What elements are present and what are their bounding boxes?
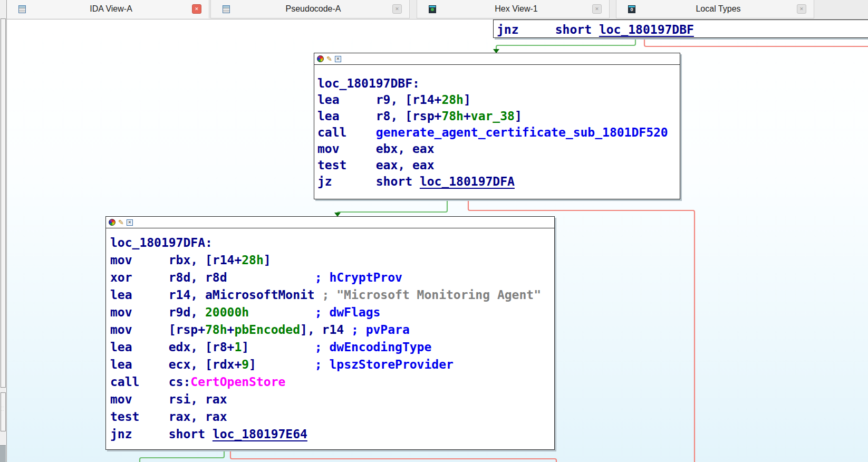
- block-code[interactable]: loc_180197DFA:mov rbx, [r14+28h]xor r8d,…: [106, 228, 554, 443]
- asm-token: loc_180197DBF:: [317, 76, 420, 90]
- close-icon[interactable]: ✕: [797, 4, 806, 14]
- asm-token: var_38: [471, 109, 515, 123]
- asm-token: test rax, rax: [110, 410, 227, 424]
- asm-token: ; pvPara: [351, 323, 410, 336]
- tab-local-types[interactable]: 0 Local Types ✕: [616, 0, 814, 18]
- asm-token: [227, 271, 315, 284]
- asm-token: loc_180197E64: [213, 427, 307, 441]
- graph-view-canvas[interactable]: jnz short loc_180197DBF ✎ ✕ loc_180197DB…: [6, 19, 868, 462]
- asm-line[interactable]: loc_180197DFA:: [110, 234, 554, 252]
- asm-token: call: [317, 126, 376, 139]
- asm-line[interactable]: mov rbx, [r14+28h]: [110, 252, 554, 269]
- asm-line[interactable]: call generate_agent_certificate_sub_1801…: [317, 124, 680, 141]
- asm-token: ; hCryptProv: [315, 271, 402, 284]
- asm-token: +: [227, 323, 235, 336]
- asm-token: lea ecx, [rdx+: [110, 358, 242, 371]
- group-node-icon[interactable]: ✕: [127, 219, 133, 226]
- asm-token: 78h: [441, 109, 464, 123]
- asm-line[interactable]: mov [rsp+78h+pbEncoded], r14 ; pvPara: [110, 321, 554, 339]
- asm-line[interactable]: mov rsi, rax: [110, 391, 554, 408]
- tab-hex-view-1[interactable]: Hex View-1 ✕: [417, 0, 610, 18]
- tab-pseudocode-a[interactable]: Pseudocode-A ✕: [210, 0, 410, 18]
- asm-token: generate_agent_certificate_sub_1801DF520: [376, 126, 668, 139]
- strip-segment: [1, 18, 6, 388]
- asm-token: 1: [234, 340, 242, 354]
- edit-icon[interactable]: ✎: [326, 55, 332, 62]
- asm-line[interactable]: lea r8, [rsp+78h+var_38]: [317, 108, 680, 124]
- asm-line[interactable]: jnz short loc_180197E64: [110, 426, 554, 443]
- asm-line[interactable]: lea edx, [r8+1] ; dwEncodingType: [110, 339, 554, 356]
- asm-token: lea r9, [r14+: [317, 93, 441, 107]
- asm-token: jz short: [317, 175, 420, 188]
- asm-line[interactable]: mov r9d, 20000h ; dwFlags: [110, 304, 554, 321]
- block-code[interactable]: loc_180197DBF:lea r9, [r14+28h]lea r8, […: [314, 65, 680, 190]
- asm-token: [249, 305, 315, 319]
- asm-line[interactable]: lea r14, aMicrosoftMonit ; "Microsoft Mo…: [110, 286, 554, 304]
- asm-token: mov [rsp+: [110, 323, 205, 336]
- asm-line[interactable]: mov ebx, eax: [317, 141, 680, 157]
- asm-token: loc_180197DFA:: [110, 236, 213, 249]
- close-icon[interactable]: ✕: [392, 4, 402, 14]
- scroll-thumb[interactable]: [0, 445, 6, 462]
- tab-label: Pseudocode-A: [234, 4, 392, 14]
- asm-token: mov rbx, [r14+: [110, 253, 242, 267]
- asm-token: [249, 340, 315, 354]
- asm-token: lea edx, [r8+: [110, 340, 234, 354]
- node-header: ✎ ✕: [314, 53, 680, 65]
- strip-dots: ····: [1, 405, 4, 412]
- asm-token: mov ebx, eax: [317, 142, 435, 156]
- asm-line[interactable]: lea ecx, [rdx+9] ; lpszStoreProvider: [110, 356, 554, 373]
- disasm-view-icon: [18, 5, 26, 13]
- edit-icon[interactable]: ✎: [118, 219, 124, 226]
- asm-token: CertOpenStore: [190, 375, 285, 389]
- node-color-icon[interactable]: [109, 219, 115, 226]
- ida-window: ···· IDA View-A ✕ Pseudocode-A ✕ Hex Vie…: [0, 0, 868, 462]
- node-color-icon[interactable]: [317, 55, 324, 62]
- asm-token: mov r9d,: [110, 305, 205, 319]
- tab-ida-view-a[interactable]: IDA View-A ✕: [6, 0, 209, 18]
- asm-line[interactable]: jnz short loc_180197DBF: [497, 22, 868, 38]
- asm-token: 20000h: [205, 305, 249, 319]
- asm-token: pbEncoded: [234, 323, 300, 336]
- asm-token: ; "Microsoft Monitoring Agent": [322, 288, 541, 302]
- asm-token: lea r8, [rsp+: [317, 109, 441, 123]
- close-icon[interactable]: ✕: [192, 4, 201, 14]
- asm-token: test eax, eax: [317, 158, 435, 172]
- asm-line[interactable]: test rax, rax: [110, 408, 554, 426]
- disasm-view-icon: [223, 5, 230, 13]
- left-panel-strip[interactable]: ····: [0, 0, 7, 462]
- asm-token: xor r8d, r8d: [110, 271, 227, 284]
- asm-token: jnz short: [110, 427, 213, 441]
- group-node-icon[interactable]: ✕: [335, 56, 341, 62]
- asm-token: call cs:: [110, 375, 190, 389]
- block-code[interactable]: jnz short loc_180197DBF: [494, 20, 868, 38]
- asm-line[interactable]: xor r8d, r8d ; hCryptProv: [110, 269, 554, 286]
- asm-token: loc_180197DBF: [599, 23, 694, 36]
- close-icon[interactable]: ✕: [592, 4, 602, 14]
- asm-line[interactable]: lea r9, [r14+28h]: [317, 92, 680, 108]
- asm-token: 28h: [441, 93, 464, 107]
- asm-token: lea r14, aMicrosoftMonit: [110, 288, 322, 302]
- asm-token: ; lpszStoreProvider: [315, 358, 454, 371]
- asm-token: loc_180197DFA: [420, 175, 515, 188]
- node-header: ✎ ✕: [106, 217, 554, 228]
- basic-block-loc-180197DFA[interactable]: ✎ ✕ loc_180197DFA:mov rbx, [r14+28h]xor …: [105, 216, 555, 450]
- asm-line[interactable]: test eax, eax: [317, 157, 680, 174]
- tab-label: IDA View-A: [30, 4, 192, 14]
- asm-token: 78h: [205, 323, 227, 336]
- basic-block-loc-180197DBF[interactable]: ✎ ✕ loc_180197DBF:lea r9, [r14+28h]lea r…: [314, 53, 680, 199]
- tab-label: Local Types: [640, 4, 797, 14]
- asm-token: ; dwFlags: [315, 305, 381, 319]
- asm-line[interactable]: jz short loc_180197DFA: [317, 174, 680, 190]
- asm-token: ; dwEncodingType: [315, 340, 432, 354]
- tab-label: Hex View-1: [440, 4, 592, 14]
- asm-line[interactable]: loc_180197DBF:: [317, 75, 680, 92]
- tab-bar: IDA View-A ✕ Pseudocode-A ✕ Hex View-1 ✕…: [6, 0, 868, 20]
- asm-token: jnz short: [497, 23, 599, 36]
- basic-block-jnz[interactable]: jnz short loc_180197DBF: [493, 20, 868, 38]
- asm-token: ]: [242, 340, 249, 354]
- asm-line[interactable]: call cs:CertOpenStore: [110, 373, 554, 391]
- asm-token: [256, 358, 315, 371]
- asm-token: ]: [249, 358, 256, 371]
- asm-token: +: [464, 109, 471, 123]
